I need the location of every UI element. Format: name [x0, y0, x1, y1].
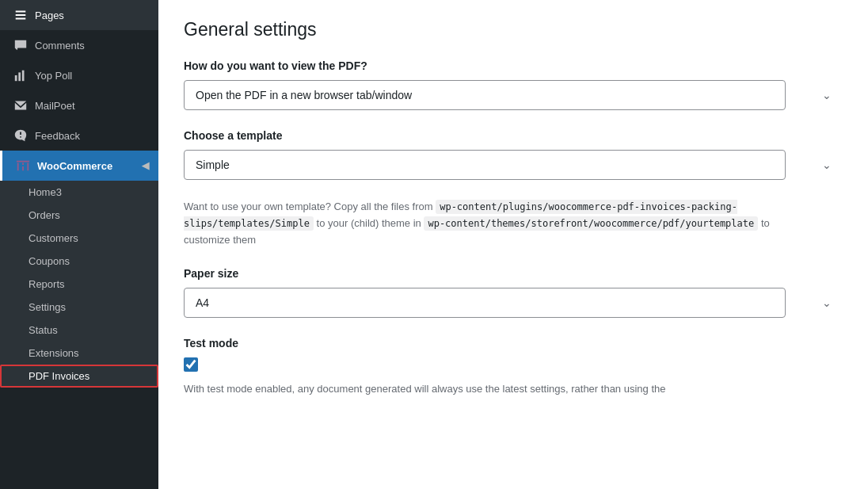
- test-mode-checkbox[interactable]: [184, 357, 198, 372]
- woo-icon: [15, 158, 31, 174]
- test-mode-label: Test mode: [184, 337, 843, 350]
- sidebar-item-comments[interactable]: Comments: [0, 30, 158, 60]
- main-content: General settings How do you want to view…: [158, 0, 868, 489]
- pdf-view-select-wrapper: Open the PDF in a new browser tab/window…: [184, 80, 843, 110]
- submenu-coupons[interactable]: Coupons: [0, 250, 158, 273]
- template-chevron-icon: ⌄: [822, 159, 832, 171]
- submenu-extensions[interactable]: Extensions: [0, 342, 158, 365]
- paper-size-section: Paper size A4LetterLegal ⌄: [184, 267, 843, 318]
- paper-size-chevron-icon: ⌄: [822, 296, 832, 309]
- submenu-customers[interactable]: Customers: [0, 227, 158, 250]
- template-description: Want to use your own template? Copy all …: [184, 199, 786, 248]
- sidebar-item-yop-poll[interactable]: Yop Poll: [0, 60, 158, 90]
- mailpoet-icon: [13, 97, 29, 113]
- submenu-reports[interactable]: Reports: [0, 273, 158, 296]
- yop-poll-icon: [13, 67, 29, 83]
- test-mode-section: Test mode With test mode enabled, any do…: [184, 337, 843, 398]
- template-code2: wp-content/themes/storefront/woocommerce…: [424, 216, 758, 231]
- paper-size-select-wrapper: A4LetterLegal ⌄: [184, 288, 843, 318]
- pages-icon: [13, 7, 29, 23]
- sidebar-item-mailpoet[interactable]: MailPoet: [0, 90, 158, 120]
- test-mode-description: With test mode enabled, any document gen…: [184, 381, 786, 398]
- paper-size-label: Paper size: [184, 267, 843, 280]
- template-select-wrapper: SimpleModernClassic ⌄: [184, 150, 843, 180]
- woo-submenu: Home 3 Orders Customers Coupons Reports …: [0, 181, 158, 388]
- woo-collapse-arrow: ◀: [142, 160, 149, 171]
- comments-icon: [13, 37, 29, 53]
- submenu-status[interactable]: Status: [0, 319, 158, 342]
- submenu-pdf-invoices[interactable]: PDF Invoices: [0, 365, 158, 388]
- pdf-view-chevron-icon: ⌄: [822, 89, 832, 101]
- svg-rect-1: [18, 72, 21, 81]
- svg-rect-2: [22, 71, 25, 82]
- pdf-view-section: How do you want to view the PDF? Open th…: [184, 59, 843, 110]
- submenu-home[interactable]: Home 3: [0, 181, 158, 204]
- submenu-orders[interactable]: Orders: [0, 204, 158, 227]
- pdf-view-label: How do you want to view the PDF?: [184, 59, 843, 72]
- template-section: Choose a template SimpleModernClassic ⌄ …: [184, 129, 843, 248]
- test-mode-checkbox-wrapper: [184, 357, 843, 372]
- feedback-icon: [13, 128, 29, 143]
- paper-size-select[interactable]: A4LetterLegal: [184, 288, 786, 318]
- submenu-settings[interactable]: Settings: [0, 296, 158, 319]
- sidebar-item-woocommerce[interactable]: WooCommerce ◀: [0, 151, 158, 181]
- sidebar-item-pages[interactable]: Pages: [0, 0, 158, 30]
- pdf-view-select[interactable]: Open the PDF in a new browser tab/window…: [184, 80, 786, 110]
- template-label: Choose a template: [184, 129, 843, 142]
- sidebar-item-feedback[interactable]: Feedback: [0, 120, 158, 151]
- svg-rect-0: [15, 75, 17, 81]
- template-select[interactable]: SimpleModernClassic: [184, 150, 786, 180]
- page-title: General settings: [184, 19, 843, 40]
- sidebar: Pages Comments Yop Poll MailPoet Feedbac…: [0, 0, 158, 489]
